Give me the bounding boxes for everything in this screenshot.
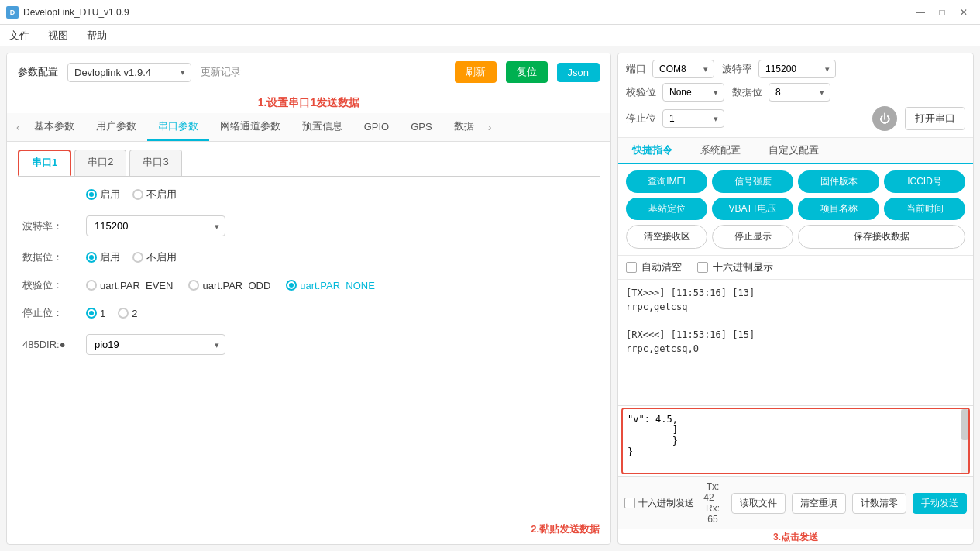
parity-none-radio[interactable]: uart.PAR_NONE: [286, 280, 375, 291]
tab-data[interactable]: 数据: [443, 113, 485, 141]
baud-rate-row: 波特率： 115200 9600 19200 38400 57600: [22, 215, 595, 236]
read-file-button[interactable]: 读取文件: [731, 493, 786, 514]
refresh-button[interactable]: 刷新: [455, 61, 497, 83]
baud-rate-select[interactable]: 115200 9600 19200 38400 57600: [86, 215, 225, 236]
parity-row: 校验位： uart.PAR_EVEN uart.PAR_ODD uart.PAR…: [22, 278, 595, 292]
menu-file[interactable]: 文件: [6, 27, 33, 44]
clear-count-button[interactable]: 计数清零: [852, 493, 906, 514]
data-bits-config-select[interactable]: 8: [769, 83, 830, 102]
cmd-base-station[interactable]: 基站定位: [626, 198, 707, 220]
tab-quick-commands[interactable]: 快捷指令: [618, 138, 686, 164]
cmd-vbatt[interactable]: VBATT电压: [712, 198, 793, 220]
json-button[interactable]: Json: [557, 63, 600, 82]
data-bits-enable-radio[interactable]: 启用: [86, 250, 120, 264]
data-bits-row: 数据位： 启用 不启用: [22, 250, 595, 264]
parity-even-dot: [86, 280, 97, 291]
cmd-signal-strength[interactable]: 信号强度: [712, 170, 793, 193]
parity-odd-label: uart.PAR_ODD: [202, 280, 270, 291]
stop-bits-1-radio[interactable]: 1: [86, 308, 105, 319]
version-select-wrapper: Devloplink v1.9.4: [67, 63, 191, 82]
parity-even-radio[interactable]: uart.PAR_EVEN: [86, 280, 173, 291]
stop-bits-config-select-wrapper: 1: [662, 109, 724, 128]
send-scrollbar-thumb: [961, 409, 968, 440]
baud-config-select-wrapper: 115200: [758, 60, 836, 78]
baud-rate-config-select[interactable]: 115200: [758, 60, 836, 78]
cmd-save-recv[interactable]: 保存接收数据: [798, 225, 965, 249]
stop-bits-2-label: 2: [132, 308, 137, 319]
update-link[interactable]: 更新记录: [201, 65, 241, 79]
cmd-project-name[interactable]: 项目名称: [798, 198, 879, 220]
close-button[interactable]: ✕: [954, 5, 974, 20]
open-port-button[interactable]: 打开串口: [905, 107, 965, 130]
stop-bits-1-dot: [86, 308, 97, 319]
hex-send-label: 十六进制发送: [638, 497, 694, 510]
send-scrollbar[interactable]: [961, 409, 968, 473]
disable-radio[interactable]: 不启用: [132, 188, 177, 201]
cmd-stop-display[interactable]: 停止显示: [712, 225, 793, 249]
step2-label: 2.黏贴发送数据: [531, 523, 600, 535]
tab-custom-config[interactable]: 自定义配置: [755, 138, 833, 164]
quick-commands-grid: 查询IMEI 信号强度 固件版本 ICCID号 基站定位 VBATT电压 项目名…: [618, 164, 973, 256]
menu-help[interactable]: 帮助: [84, 27, 110, 44]
enable-radio-group: 启用 不启用: [86, 188, 177, 201]
parity-config-select-wrapper: None: [662, 83, 724, 102]
menu-view[interactable]: 视图: [45, 27, 71, 44]
data-bits-disable-label: 不启用: [146, 250, 177, 264]
hex-display-box: [697, 262, 708, 273]
tab-next-arrow[interactable]: ›: [485, 121, 495, 133]
power-button[interactable]: ⏻: [872, 106, 897, 131]
terminal-output: [TX>>>] [11:53:16] [13] rrpc,getcsq [RX<…: [618, 280, 973, 406]
stop-bits-2-dot: [118, 308, 129, 319]
tab-basic-params[interactable]: 基本参数: [23, 113, 85, 141]
tab-prev-arrow[interactable]: ‹: [13, 121, 23, 133]
tab-user-params[interactable]: 用户参数: [85, 113, 147, 141]
cmd-iccid[interactable]: ICCID号: [884, 170, 965, 193]
data-bits-disable-dot: [132, 252, 143, 263]
auto-clear-checkbox[interactable]: 自动清空: [626, 260, 682, 274]
version-select[interactable]: Devloplink v1.9.4: [67, 63, 191, 82]
stop-bits-1-label: 1: [100, 308, 105, 319]
parity-config-select[interactable]: None: [662, 83, 724, 102]
data-bits-disable-radio[interactable]: 不启用: [132, 250, 177, 264]
tab-preset-info[interactable]: 预置信息: [291, 113, 353, 141]
hex-send-box[interactable]: [624, 498, 635, 508]
serial-tab-2[interactable]: 串口2: [74, 150, 126, 176]
main-container: 参数配置 Devloplink v1.9.4 更新记录 刷新 复位 Json 1…: [0, 46, 980, 551]
hex-send-check: 十六进制发送: [624, 497, 694, 510]
auto-clear-box: [626, 262, 637, 273]
tab-network-channel[interactable]: 网络通道参数: [209, 113, 291, 141]
stop-bits-2-radio[interactable]: 2: [118, 308, 137, 319]
send-textarea[interactable]: "v": 4.5, ] } }: [623, 409, 968, 473]
clear-send-button[interactable]: 清空重填: [792, 493, 846, 514]
stop-bits-config-select[interactable]: 1: [662, 109, 724, 128]
tab-system-config[interactable]: 系统配置: [686, 138, 755, 164]
hex-display-label: 十六进制显示: [713, 260, 773, 274]
enable-radio[interactable]: 启用: [86, 188, 120, 201]
manual-send-button[interactable]: 手动发送: [913, 493, 967, 514]
baud-rate-config-label: 波特率: [722, 62, 752, 76]
enable-row: 启用 不启用: [22, 188, 595, 201]
form-content: 启用 不启用 波特率： 115200 9600 19200 38400: [7, 177, 610, 518]
port-config-row: 端口 COM8: [626, 60, 714, 78]
tab-gps[interactable]: GPS: [400, 115, 442, 140]
maximize-button[interactable]: □: [932, 5, 952, 20]
terminal-line-tx-header: [TX>>>] [11:53:16] [13]: [626, 286, 965, 300]
cmd-query-imei[interactable]: 查询IMEI: [626, 170, 707, 193]
hex-display-checkbox[interactable]: 十六进制显示: [697, 260, 773, 274]
serial-tab-3[interactable]: 串口3: [129, 150, 181, 176]
cmd-firmware-version[interactable]: 固件版本: [798, 170, 879, 193]
parity-odd-radio[interactable]: uart.PAR_ODD: [188, 280, 270, 291]
serial-tab-1[interactable]: 串口1: [18, 150, 71, 176]
cmd-clear-recv[interactable]: 清空接收区: [626, 225, 707, 249]
reset-button[interactable]: 复位: [506, 61, 548, 83]
step2-area: 2.黏贴发送数据: [7, 518, 610, 544]
cmd-current-time[interactable]: 当前时间: [884, 198, 965, 220]
port-select[interactable]: COM8: [652, 60, 714, 78]
minimize-button[interactable]: —: [910, 5, 930, 20]
right-panel: 端口 COM8 波特率 115200: [617, 53, 974, 545]
tab-gpio[interactable]: GPIO: [353, 115, 401, 140]
app-title: DevelopLink_DTU_v1.0.9: [23, 7, 910, 18]
port-label: 端口: [626, 62, 646, 76]
tab-serial-params[interactable]: 串口参数: [147, 113, 209, 141]
dir-485-select[interactable]: pio19 pio18 pio20: [86, 334, 225, 355]
